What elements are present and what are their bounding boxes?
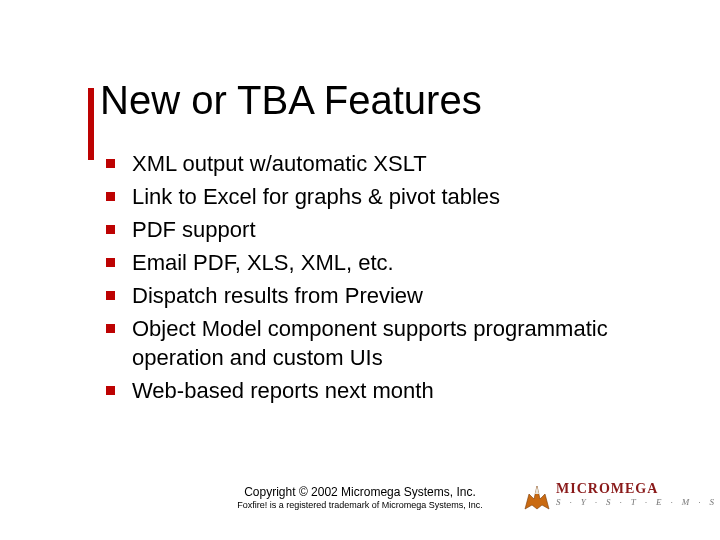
slide-content: New or TBA Features XML output w/automat…: [100, 78, 660, 409]
list-item: PDF support: [128, 215, 660, 244]
bullet-list: XML output w/automatic XSLT Link to Exce…: [100, 149, 660, 405]
list-item: Link to Excel for graphs & pivot tables: [128, 182, 660, 211]
list-item: Email PDF, XLS, XML, etc.: [128, 248, 660, 277]
slide-title: New or TBA Features: [100, 78, 660, 123]
list-item: Web-based reports next month: [128, 376, 660, 405]
list-item: Object Model component supports programm…: [128, 314, 660, 372]
fox-icon: [522, 482, 552, 512]
title-accent-bar: [88, 88, 94, 160]
list-item: Dispatch results from Preview: [128, 281, 660, 310]
logo-wordmark: MICROMEGA: [556, 481, 658, 497]
micromega-logo: MICROMEGA S·Y·S·T·E·M·S: [522, 482, 682, 514]
list-item: XML output w/automatic XSLT: [128, 149, 660, 178]
logo-subtext: S·Y·S·T·E·M·S: [556, 497, 720, 507]
